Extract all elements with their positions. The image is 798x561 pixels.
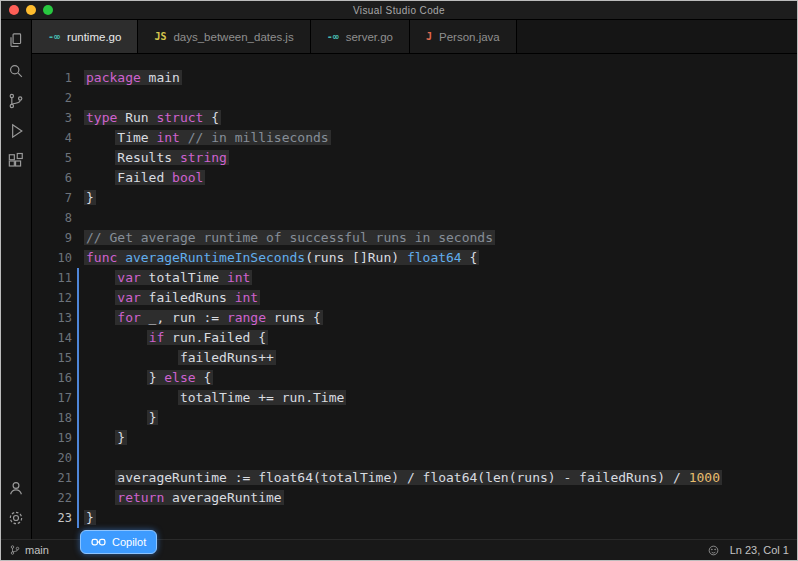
code-line: 13 for _, run := range runs { <box>32 308 797 328</box>
code-line: 23} <box>32 508 797 528</box>
search-icon[interactable] <box>3 56 29 86</box>
code-line: 9// Get average runtime of successful ru… <box>32 228 797 248</box>
vscode-window: Visual Studio Code <box>0 0 798 561</box>
branch-name: main <box>25 544 49 556</box>
line-number: 9 <box>32 228 72 248</box>
code-line: 5 Results string <box>32 148 797 168</box>
extensions-icon[interactable] <box>3 146 29 176</box>
code-line: 6 Failed bool <box>32 168 797 188</box>
cursor-position[interactable]: Ln 23, Col 1 <box>730 544 789 556</box>
line-number: 11 <box>32 268 72 288</box>
line-number: 14 <box>32 328 72 348</box>
window-title: Visual Studio Code <box>353 5 445 16</box>
line-number: 17 <box>32 388 72 408</box>
copilot-button[interactable]: Copilot <box>80 530 157 554</box>
line-number: 7 <box>32 188 72 208</box>
settings-gear-icon[interactable] <box>3 503 29 533</box>
activity-bar <box>1 20 32 539</box>
line-number: 21 <box>32 468 72 488</box>
run-debug-icon[interactable] <box>3 116 29 146</box>
source-control-icon[interactable] <box>3 86 29 116</box>
code-line: 10func averageRuntimeInSeconds(runs []Ru… <box>32 248 797 268</box>
minimize-button[interactable] <box>26 5 36 15</box>
line-number: 18 <box>32 408 72 428</box>
code-editor[interactable]: 1package main23type Run struct {4 Time i… <box>32 54 797 539</box>
line-number: 13 <box>32 308 72 328</box>
line-number: 2 <box>32 88 72 108</box>
code-line: 12 var failedRuns int <box>32 288 797 308</box>
line-number: 8 <box>32 208 72 228</box>
code-line: 17 totalTime += run.Time <box>32 388 797 408</box>
line-number: 10 <box>32 248 72 268</box>
js-file-icon: JS <box>154 31 166 42</box>
code-line: 18 } <box>32 408 797 428</box>
account-icon[interactable] <box>3 473 29 503</box>
line-number: 6 <box>32 168 72 188</box>
tab-label: Person.java <box>439 31 500 43</box>
line-number: 22 <box>32 488 72 508</box>
branch-indicator[interactable]: main <box>9 544 49 556</box>
close-button[interactable] <box>9 5 19 15</box>
code-line: 19 } <box>32 428 797 448</box>
code-line: 20 <box>32 448 797 468</box>
tab-server.go[interactable]: -∞server.go <box>311 20 410 53</box>
line-number: 15 <box>32 348 72 368</box>
tab-label: runtime.go <box>67 31 121 43</box>
feedback-icon[interactable] <box>707 544 720 557</box>
traffic-lights <box>9 1 53 19</box>
code-line: 8 <box>32 208 797 228</box>
title-bar: Visual Studio Code <box>1 1 797 20</box>
line-number: 5 <box>32 148 72 168</box>
tab-label: server.go <box>346 31 393 43</box>
tab-label: days_between_dates.js <box>173 31 293 43</box>
code-line: 16 } else { <box>32 368 797 388</box>
line-number: 20 <box>32 448 72 468</box>
copilot-icon <box>91 537 106 548</box>
line-number: 1 <box>32 68 72 88</box>
code-line: 22 return averageRuntime <box>32 488 797 508</box>
tab-days_between_dates.js[interactable]: JSdays_between_dates.js <box>138 20 310 53</box>
copilot-label: Copilot <box>112 536 146 548</box>
line-number: 12 <box>32 288 72 308</box>
code-line: 14 if run.Failed { <box>32 328 797 348</box>
go-file-icon: -∞ <box>327 31 339 42</box>
line-number: 4 <box>32 128 72 148</box>
line-number: 16 <box>32 368 72 388</box>
tab-bar: -∞runtime.goJSdays_between_dates.js-∞ser… <box>32 20 797 54</box>
line-number: 23 <box>32 508 72 528</box>
code-line: 1package main <box>32 68 797 88</box>
code-line: 2 <box>32 88 797 108</box>
code-line: 15 failedRuns++ <box>32 348 797 368</box>
code-line: 4 Time int // in milliseconds <box>32 128 797 148</box>
code-line: 11 var totalTime int <box>32 268 797 288</box>
code-line: 3type Run struct { <box>32 108 797 128</box>
java-file-icon: J <box>426 31 432 42</box>
code-line: 21 averageRuntime := float64(totalTime) … <box>32 468 797 488</box>
code-line: 7} <box>32 188 797 208</box>
explorer-icon[interactable] <box>3 26 29 56</box>
go-file-icon: -∞ <box>48 31 60 42</box>
line-number: 3 <box>32 108 72 128</box>
branch-icon <box>9 544 21 556</box>
tab-Person.java[interactable]: JPerson.java <box>410 20 517 53</box>
line-number: 19 <box>32 428 72 448</box>
zoom-button[interactable] <box>43 5 53 15</box>
tab-runtime.go[interactable]: -∞runtime.go <box>32 20 138 53</box>
